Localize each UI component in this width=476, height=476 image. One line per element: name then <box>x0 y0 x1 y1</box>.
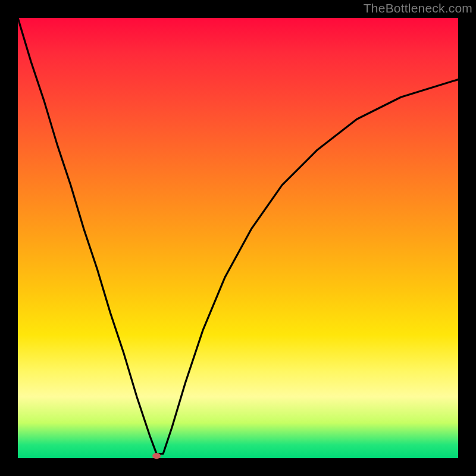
bottleneck-curve <box>18 18 458 454</box>
plot-area <box>18 18 458 458</box>
chart-frame: TheBottleneck.com <box>0 0 476 476</box>
minimum-marker <box>152 453 161 459</box>
curve-layer <box>18 18 458 459</box>
curve-svg <box>18 18 458 458</box>
watermark-text: TheBottleneck.com <box>364 1 472 15</box>
